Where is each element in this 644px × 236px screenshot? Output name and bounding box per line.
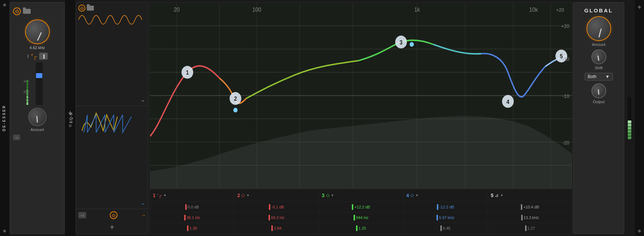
vu-seg-5 bbox=[628, 124, 631, 126]
filter-icon-2[interactable]: ʻ┌ bbox=[31, 53, 37, 60]
band-4-db-fader[interactable] bbox=[437, 204, 438, 210]
band-1-db-val: 0.0 dB bbox=[188, 205, 199, 209]
filter-icon-1[interactable]: ⌇ bbox=[27, 54, 29, 59]
monitor-btn[interactable]: ▐ bbox=[39, 53, 48, 60]
band-1-db-fader[interactable] bbox=[185, 204, 187, 210]
band-3-freq-cell: 944 Hz bbox=[319, 212, 403, 223]
eq-main-display: 1 2 3 4 5 +20 -10 -20 bbox=[150, 2, 572, 234]
band-3-db-val: +12.2 dB bbox=[354, 205, 370, 209]
band-4-freq-fader[interactable] bbox=[437, 215, 438, 220]
band-5-db-fader[interactable] bbox=[521, 204, 522, 210]
eq5-add-btn[interactable]: + bbox=[110, 223, 114, 231]
vu-left bbox=[26, 70, 28, 105]
eq5-arrow-right-2[interactable]: → bbox=[140, 201, 145, 207]
band-2-num: 2 bbox=[237, 193, 240, 198]
filter-icons-row: ⌇ ʻ┌ ▐ bbox=[27, 53, 47, 60]
band-3-icon[interactable]: ◇ bbox=[326, 193, 330, 198]
main-wrapper: DE-ESSER ⏻ 4.62 kHz ⌇ ʻ┌ ▐ bbox=[0, 0, 644, 236]
band-2-q-val: 2.84 bbox=[274, 226, 281, 230]
band-1-db-cell: 0.0 dB bbox=[150, 202, 234, 212]
eq5-power-btn[interactable]: ⏻ bbox=[78, 5, 85, 12]
eq5-window-btn[interactable]: ▭ bbox=[78, 212, 86, 218]
both-dropdown[interactable]: Both ▼ bbox=[585, 73, 613, 81]
right-strip-plus[interactable]: + bbox=[638, 4, 642, 11]
band-4-q-fader[interactable] bbox=[440, 225, 442, 231]
band-3-q-fader[interactable] bbox=[356, 225, 357, 231]
band-5-freq-fader[interactable] bbox=[521, 215, 523, 220]
band-2-icon[interactable]: ◇ bbox=[241, 193, 245, 198]
band-4-icon[interactable]: ◇ bbox=[410, 193, 414, 198]
band-2-freq-cell: 69.3 Hz bbox=[234, 212, 319, 223]
svg-point-21 bbox=[233, 108, 237, 112]
band-1-freq-val: 36.1 Hz bbox=[187, 216, 200, 220]
eq5-arrow-right[interactable]: → bbox=[140, 98, 145, 104]
band-2-dropdown[interactable]: ▼ bbox=[246, 194, 249, 197]
band-1-dropdown[interactable]: ▼ bbox=[163, 194, 167, 197]
band-1-freq-fader[interactable] bbox=[184, 215, 186, 220]
band-2-q-cell: 2.84 bbox=[234, 223, 319, 234]
band-3-num: 3 bbox=[322, 193, 325, 198]
eq5-waveform-top: ⏻ → bbox=[76, 2, 148, 106]
band-3-freq-val: 944 Hz bbox=[356, 216, 368, 220]
band-5-icon[interactable]: ⊿ bbox=[495, 193, 499, 198]
band-3-q-val: 1.25 bbox=[359, 226, 366, 230]
de-esser-amount-label: Amount bbox=[31, 128, 44, 132]
eq5-arrow-orange[interactable]: → bbox=[141, 212, 146, 218]
band-2-freq-fader[interactable] bbox=[269, 215, 270, 220]
strip-dot-bottom bbox=[3, 230, 6, 232]
de-esser-main-knob-container: 4.62 kHz bbox=[25, 19, 50, 50]
band-1-num: 1 bbox=[153, 193, 156, 198]
band-5-dropdown[interactable]: ▼ bbox=[500, 194, 503, 197]
band-3-freq-fader[interactable] bbox=[354, 215, 355, 220]
band-4-freq-val: 5.97 kHz bbox=[439, 216, 454, 220]
de-esser-power-btn[interactable]: ⏻ bbox=[13, 7, 21, 15]
band-4-header: 4 ◇ ▼ bbox=[403, 189, 488, 201]
band-3-db-cell: +12.2 dB bbox=[319, 202, 403, 212]
blue-waveform bbox=[76, 106, 148, 138]
eq5-label: EQ-5 bbox=[69, 113, 73, 123]
global-panel: GLOBAL Amount Shift Both ▼ Output bbox=[573, 2, 624, 234]
eq5-add-btn-container: + bbox=[76, 221, 148, 234]
band-5-db-cell: +10.4 dB bbox=[488, 202, 572, 212]
band-3-db-fader[interactable] bbox=[352, 204, 353, 210]
band-3-header: 3 ◇ ▼ bbox=[319, 189, 403, 201]
band-2-db-val: -5.1 dB bbox=[271, 205, 284, 209]
band-4-num: 4 bbox=[406, 193, 409, 198]
band-1-q-fader[interactable] bbox=[187, 225, 188, 231]
eq5-settings-btn[interactable]: ⏻ bbox=[110, 211, 118, 219]
global-shift-knob[interactable] bbox=[591, 49, 606, 64]
eq-graph-area: 1 2 3 4 5 +20 -10 -20 bbox=[150, 2, 572, 189]
fader-section: 10 – 20 – bbox=[13, 63, 61, 105]
svg-text:10k: 10k bbox=[529, 7, 538, 13]
fader-thumb[interactable] bbox=[36, 73, 42, 78]
svg-point-24 bbox=[410, 42, 414, 47]
band-5-q-fader[interactable] bbox=[525, 225, 526, 231]
de-esser-freq-knob[interactable] bbox=[25, 19, 50, 44]
band-header-row: 1 ʻ┌ ▼ 2 ◇ ▼ 3 ◇ ▼ 4 bbox=[150, 189, 572, 202]
band-2-db-fader[interactable] bbox=[269, 204, 270, 210]
vu-seg-2 bbox=[628, 133, 631, 136]
global-amount-container: Amount bbox=[586, 16, 611, 47]
band-4-q-val: 6.45 bbox=[443, 226, 450, 230]
svg-text:2: 2 bbox=[234, 96, 237, 102]
global-amount-knob[interactable] bbox=[586, 16, 611, 41]
band-4-q-cell: 6.45 bbox=[403, 223, 488, 234]
de-esser-key-icon[interactable]: ⊸ bbox=[13, 135, 20, 140]
band-1-q-val: 1.30 bbox=[189, 226, 197, 230]
band-3-dropdown[interactable]: ▼ bbox=[331, 194, 334, 197]
band-2-freq-val: 69.3 Hz bbox=[271, 216, 284, 220]
band-5-num: 5 bbox=[491, 193, 494, 198]
svg-text:-10: -10 bbox=[562, 56, 570, 62]
eq5-folder-btn[interactable] bbox=[87, 6, 94, 11]
eq5-bottom-bar: ▭ ⏻ → bbox=[76, 209, 148, 221]
mid-strip-dot bbox=[69, 124, 72, 127]
svg-text:+20: +20 bbox=[556, 7, 564, 13]
global-output-knob[interactable] bbox=[591, 83, 606, 98]
svg-text:1k: 1k bbox=[414, 7, 420, 13]
band-1-icon[interactable]: ʻ┌ bbox=[157, 193, 162, 198]
de-esser-amount-knob[interactable] bbox=[28, 108, 47, 126]
band-4-dropdown[interactable]: ▼ bbox=[415, 194, 419, 197]
de-esser-folder-btn[interactable] bbox=[23, 9, 31, 14]
band-2-q-fader[interactable] bbox=[271, 225, 273, 231]
svg-text:20: 20 bbox=[174, 7, 180, 13]
